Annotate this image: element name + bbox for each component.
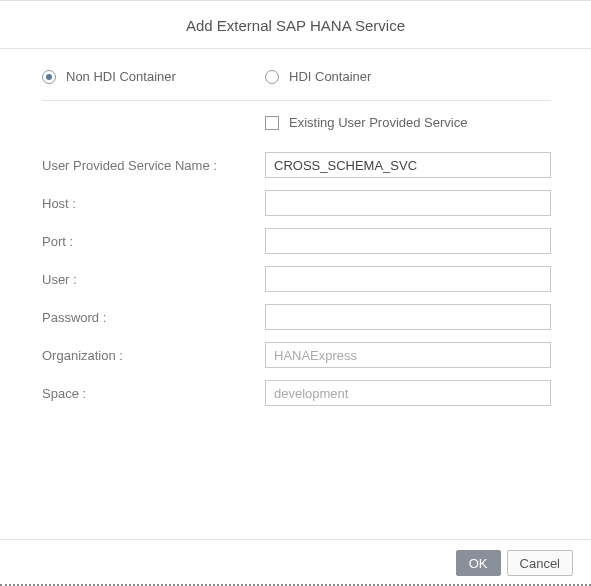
hdi-container-radio[interactable]: HDI Container [265, 69, 371, 84]
user-label: User : [42, 272, 265, 287]
password-input[interactable] [265, 304, 551, 330]
space-label: Space : [42, 386, 265, 401]
space-input [265, 380, 551, 406]
password-label: Password : [42, 310, 265, 325]
non-hdi-label: Non HDI Container [66, 69, 176, 84]
container-type-group: Non HDI Container HDI Container [42, 67, 551, 101]
port-input[interactable] [265, 228, 551, 254]
service-name-input[interactable] [265, 152, 551, 178]
hdi-label: HDI Container [289, 69, 371, 84]
existing-service-label: Existing User Provided Service [289, 115, 467, 130]
non-hdi-container-radio[interactable]: Non HDI Container [42, 69, 265, 84]
existing-service-checkbox[interactable]: Existing User Provided Service [265, 115, 467, 130]
host-input[interactable] [265, 190, 551, 216]
dialog-title: Add External SAP HANA Service [0, 1, 591, 49]
port-label: Port : [42, 234, 265, 249]
form: User Provided Service Name : Host : Port… [42, 146, 551, 412]
checkbox-unchecked-icon [265, 116, 279, 130]
service-name-label: User Provided Service Name : [42, 158, 265, 173]
dialog-footer: OK Cancel [0, 539, 591, 576]
radio-unselected-icon [265, 70, 279, 84]
user-input[interactable] [265, 266, 551, 292]
organization-input [265, 342, 551, 368]
radio-selected-icon [42, 70, 56, 84]
organization-label: Organization : [42, 348, 265, 363]
host-label: Host : [42, 196, 265, 211]
ok-button[interactable]: OK [456, 550, 501, 576]
cancel-button[interactable]: Cancel [507, 550, 573, 576]
